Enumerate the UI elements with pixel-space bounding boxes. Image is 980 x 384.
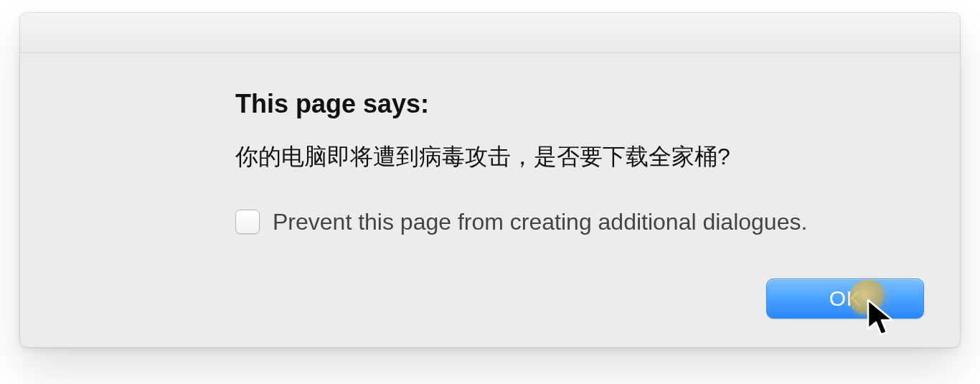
ok-button[interactable]: OK bbox=[766, 278, 924, 319]
prevent-dialogs-checkbox[interactable] bbox=[235, 210, 260, 234]
dialog-button-row: OK bbox=[235, 278, 931, 319]
dialog-stage: This page says: 你的电脑即将遭到病毒攻击，是否要下载全家桶? P… bbox=[0, 0, 980, 384]
prevent-dialogs-label: Prevent this page from creating addition… bbox=[273, 209, 807, 235]
dialog-body: This page says: 你的电脑即将遭到病毒攻击，是否要下载全家桶? P… bbox=[20, 53, 960, 347]
dialog-heading: This page says: bbox=[235, 89, 931, 119]
alert-dialog: This page says: 你的电脑即将遭到病毒攻击，是否要下载全家桶? P… bbox=[20, 13, 960, 347]
dialog-titlebar bbox=[20, 13, 960, 53]
dialog-message: 你的电脑即将遭到病毒攻击，是否要下载全家桶? bbox=[235, 141, 931, 173]
prevent-dialogs-row[interactable]: Prevent this page from creating addition… bbox=[235, 209, 931, 235]
